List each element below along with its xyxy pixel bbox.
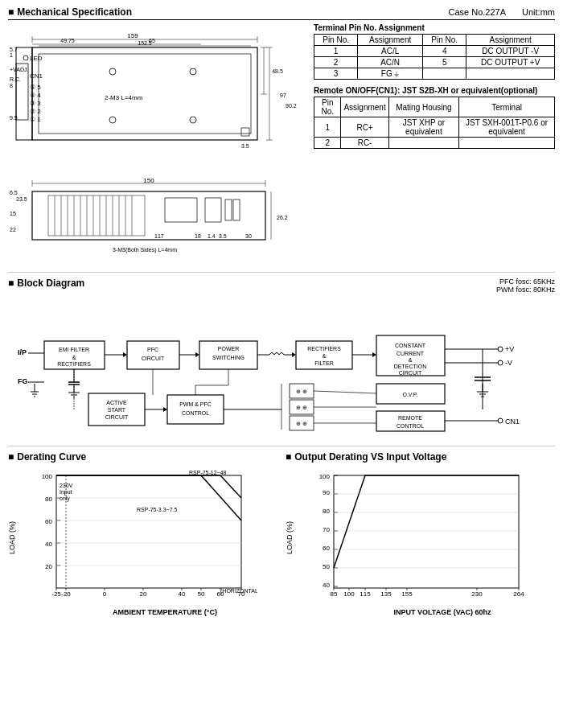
svg-text:② 2: ② 2 — [30, 108, 41, 115]
svg-text:70: 70 — [323, 526, 330, 533]
svg-text:EMI FILTER: EMI FILTER — [59, 347, 89, 352]
svg-text:+VADJ.: +VADJ. — [10, 67, 28, 72]
svg-text:CN1: CN1 — [30, 72, 43, 80]
svg-line-162 — [314, 391, 376, 393]
derating-curve-title: Derating Curve — [8, 451, 277, 463]
svg-text:CIRCUIT: CIRCUIT — [399, 370, 422, 376]
output-derating-title: Output Derating VS Input Voltage — [286, 451, 555, 463]
svg-text:85: 85 — [331, 590, 338, 598]
svg-text:22: 22 — [10, 227, 16, 232]
svg-text:97: 97 — [280, 93, 286, 98]
svg-text:ACTIVE: ACTIVE — [106, 400, 127, 405]
y-axis-label-left: LOAD (%) — [8, 467, 24, 608]
svg-text:3.5: 3.5 — [241, 143, 249, 149]
svg-point-17 — [190, 117, 196, 123]
svg-text:49.75: 49.75 — [60, 38, 75, 43]
svg-text:RECTIFIERS: RECTIFIERS — [57, 361, 91, 367]
svg-text:-V: -V — [505, 359, 512, 367]
svg-text:9.5: 9.5 — [10, 115, 18, 121]
svg-rect-1 — [39, 54, 251, 134]
terminal-table-title: Terminal Pin No. Assignment — [314, 23, 555, 32]
remote-pin-table: Pin No. Assignment Mating Housing Termin… — [314, 97, 555, 149]
svg-text:100: 100 — [42, 473, 53, 480]
table-row: 1AC/L4DC OUTPUT -V — [314, 46, 555, 57]
svg-text:RECTIFIERS: RECTIFIERS — [307, 346, 341, 352]
derating-curve-left: Derating Curve LOAD (%) 100 80 60 — [8, 451, 277, 616]
svg-text:8: 8 — [10, 83, 13, 88]
svg-text:CURRENT: CURRENT — [397, 351, 425, 356]
svg-text:⊕ ⊕: ⊕ ⊕ — [296, 421, 307, 426]
y-axis-label-right: LOAD (%) — [286, 467, 302, 608]
svg-rect-60 — [205, 198, 221, 222]
svg-text:2-M3 L=4mm: 2-M3 L=4mm — [105, 94, 143, 101]
svg-text:6.5: 6.5 — [10, 190, 18, 195]
svg-text:REMOTE: REMOTE — [398, 415, 422, 421]
svg-text:PFC: PFC — [147, 347, 158, 352]
svg-rect-169 — [56, 475, 241, 588]
svg-marker-99 — [123, 352, 127, 357]
block-diagram-section: Block Diagram PFC fosc: 65KHz PWM fosc: … — [8, 278, 555, 439]
svg-point-14 — [109, 68, 116, 75]
svg-text:48.5: 48.5 — [272, 68, 283, 74]
svg-text:20: 20 — [140, 590, 147, 598]
svg-text:-25: -25 — [51, 590, 61, 598]
svg-text:⊕ ⊕: ⊕ ⊕ — [296, 405, 307, 410]
svg-text:⊕ ⊕: ⊕ ⊕ — [296, 389, 307, 394]
svg-point-16 — [190, 68, 196, 75]
svg-text:50: 50 — [323, 563, 330, 570]
svg-text:START: START — [108, 407, 126, 413]
svg-rect-45 — [48, 195, 145, 236]
svg-text:18: 18 — [195, 233, 201, 239]
svg-text:① 1: ① 1 — [30, 116, 41, 123]
svg-text:26.2: 26.2 — [277, 215, 288, 220]
svg-text:LED: LED — [30, 55, 43, 62]
x-axis-label-left: AMBIENT TEMPERATURE (°C) — [8, 608, 277, 616]
svg-text:+V: +V — [505, 345, 514, 353]
svg-text:15: 15 — [10, 211, 16, 216]
mechanical-drawings: LED +VADJ. CN1 R.C. ⑤ 5 ④ 4 ③ 3 ② 2 ① 1 — [8, 23, 306, 264]
block-diagram-svg: I/P FG EMI FILTER & RECTIFIERS — [8, 297, 555, 438]
svg-text:40: 40 — [323, 582, 330, 589]
derating-chart-right: 100 90 80 70 60 50 — [302, 467, 535, 608]
svg-text:152.5: 152.5 — [138, 40, 152, 46]
svg-text:90: 90 — [323, 489, 330, 496]
svg-text:SWITCHING: SWITCHING — [212, 355, 245, 360]
svg-rect-0 — [32, 47, 257, 140]
svg-text:1: 1 — [10, 52, 13, 58]
svg-text:CONTROL: CONTROL — [182, 410, 209, 416]
svg-text:117: 117 — [154, 233, 164, 239]
case-number: Case No.227A — [449, 7, 507, 17]
svg-text:&: & — [409, 357, 413, 363]
svg-text:5.7: 5.7 — [10, 47, 18, 52]
table-row: 2RC- — [314, 138, 555, 149]
svg-text:20: 20 — [45, 563, 52, 570]
svg-text:40: 40 — [179, 590, 186, 598]
section-title-mechanical: ■ Mechanical Specification — [8, 6, 132, 18]
svg-text:100: 100 — [319, 473, 331, 480]
svg-marker-142 — [163, 407, 167, 412]
table-row: 3FG ⏚ — [314, 68, 555, 80]
col-assignment-1: Assignment — [358, 35, 423, 46]
svg-text:only: only — [60, 496, 70, 502]
svg-text:80: 80 — [45, 496, 52, 503]
svg-text:135: 135 — [380, 590, 392, 598]
svg-text:264: 264 — [513, 590, 524, 598]
svg-text:3.5: 3.5 — [219, 233, 227, 239]
svg-text:CONTROL: CONTROL — [397, 423, 424, 429]
svg-text:3-M3(Both Sides) L=4mm: 3-M3(Both Sides) L=4mm — [113, 247, 177, 253]
svg-text:CN1: CN1 — [505, 417, 520, 426]
svg-text:DETECTION: DETECTION — [394, 364, 426, 369]
svg-rect-207 — [334, 475, 519, 588]
derating-section: Derating Curve LOAD (%) 100 80 60 — [8, 451, 555, 616]
svg-text:I/P: I/P — [18, 348, 27, 356]
pfc-fosc: PFC fosc: 65KHz — [496, 278, 555, 286]
svg-text:230: 230 — [471, 590, 483, 598]
svg-text:60: 60 — [45, 518, 52, 525]
svg-text:O.V.P.: O.V.P. — [402, 392, 417, 397]
svg-text:40: 40 — [45, 541, 52, 548]
svg-text:CIRCUIT: CIRCUIT — [105, 414, 129, 420]
svg-text:150: 150 — [143, 177, 154, 184]
svg-rect-44 — [32, 191, 265, 240]
svg-text:CIRCUIT: CIRCUIT — [142, 356, 165, 361]
svg-marker-116 — [372, 352, 376, 357]
